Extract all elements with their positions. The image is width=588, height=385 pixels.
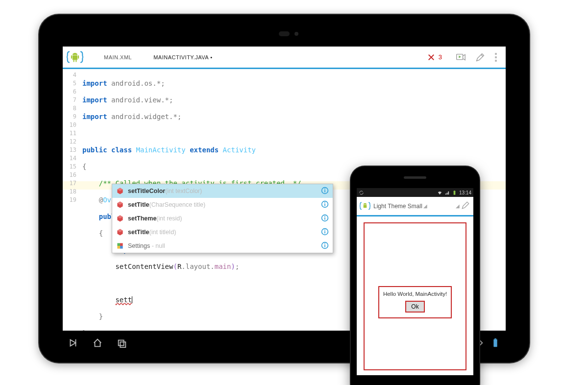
- svg-rect-22: [324, 231, 325, 233]
- svg-rect-1: [71, 55, 72, 59]
- svg-point-28: [324, 243, 325, 244]
- method-icon: [116, 215, 124, 222]
- autocomplete-item[interactable]: setTitle(int titleId): [112, 225, 333, 239]
- ac-params: (int titleId): [149, 229, 176, 236]
- overflow-menu[interactable]: [490, 53, 502, 62]
- tab-mainactivity-java[interactable]: MAINACTIVITY.JAVA •: [143, 47, 223, 69]
- phone-dialog: Hello World, MainActivity! Ok: [378, 286, 452, 318]
- run-button[interactable]: [454, 50, 467, 64]
- appbar: MAIN.XML MAINACTIVITY.JAVA • 3: [63, 47, 506, 69]
- svg-point-12: [324, 188, 325, 189]
- sync-icon: [359, 190, 364, 195]
- line-gutter: 45678910111213141516171819: [63, 69, 79, 204]
- text-caret: [132, 296, 132, 303]
- svg-point-18: [324, 216, 325, 217]
- autocomplete-popup: setTitleColor(int textColor) setTitle(Ch…: [112, 184, 333, 253]
- method-icon: [116, 201, 124, 209]
- edit-button[interactable]: [473, 50, 487, 64]
- svg-rect-0: [73, 55, 77, 60]
- svg-rect-3: [74, 60, 74, 62]
- svg-point-15: [324, 202, 325, 203]
- method-icon: [116, 187, 124, 195]
- pencil-icon: [475, 52, 486, 63]
- info-icon[interactable]: [321, 214, 329, 223]
- ac-params: (int textColor): [165, 188, 202, 194]
- autocomplete-item[interactable]: setTitle(CharSequence title): [112, 198, 333, 212]
- ac-name: setTitle: [128, 229, 149, 236]
- svg-rect-4: [75, 60, 76, 62]
- svg-rect-26: [120, 246, 123, 249]
- svg-rect-16: [324, 203, 325, 206]
- error-x-icon: [427, 53, 436, 62]
- svg-rect-7: [120, 342, 125, 347]
- tab-main-xml[interactable]: MAIN.XML: [93, 47, 143, 69]
- ac-name: setTitle: [128, 201, 149, 208]
- info-icon[interactable]: [321, 241, 329, 251]
- info-icon[interactable]: [321, 228, 329, 237]
- app-logo[interactable]: [67, 50, 83, 65]
- nav-recent[interactable]: [117, 337, 127, 348]
- phone-app-logo[interactable]: [360, 201, 370, 211]
- dropdown-indicator-icon[interactable]: ◢: [456, 203, 460, 209]
- tablet-camera: [279, 31, 290, 36]
- nav-back[interactable]: [68, 337, 78, 348]
- ac-name: setTheme: [128, 215, 156, 222]
- svg-rect-9: [493, 339, 497, 347]
- dialog-message: Hello World, MainActivity!: [382, 291, 448, 297]
- ac-name: Settings: [128, 242, 150, 249]
- error-count[interactable]: 3: [427, 53, 442, 62]
- ac-params: (CharSequence title): [149, 201, 206, 208]
- phone-canvas: Hello World, MainActivity! Ok: [364, 222, 466, 370]
- svg-rect-13: [324, 190, 325, 192]
- svg-rect-24: [120, 243, 123, 246]
- svg-rect-32: [364, 205, 367, 208]
- battery-icon: [490, 337, 501, 348]
- svg-rect-6: [119, 340, 124, 346]
- phone-app-bar: Light Theme Small ◢ ◢: [357, 197, 473, 217]
- nav-home[interactable]: [92, 337, 103, 348]
- svg-rect-30: [454, 191, 456, 194]
- svg-rect-2: [78, 55, 79, 59]
- ok-button[interactable]: Ok: [405, 301, 424, 313]
- status-time: 13:14: [459, 190, 471, 195]
- signal-icon: [444, 190, 450, 195]
- class-icon: [116, 242, 124, 250]
- phone-status-bar: 13:14: [357, 188, 473, 197]
- phone-screen: 13:14 Light Theme Small ◢ ◢ Hello World,: [357, 188, 473, 375]
- error-count-value: 3: [439, 53, 442, 61]
- svg-rect-23: [117, 243, 120, 246]
- info-icon[interactable]: [321, 187, 329, 196]
- run-icon: [455, 52, 466, 63]
- method-icon: [116, 228, 124, 236]
- wifi-icon: [437, 190, 442, 195]
- pencil-icon: [461, 200, 470, 210]
- typed-partial: sett: [115, 296, 132, 304]
- edit-button[interactable]: [461, 200, 470, 212]
- dropdown-indicator-icon[interactable]: ◢: [423, 203, 427, 209]
- phone-frame: 13:14 Light Theme Small ◢ ◢ Hello World,: [351, 167, 479, 385]
- phone-title[interactable]: Light Theme Small: [373, 203, 422, 210]
- svg-rect-31: [454, 190, 455, 191]
- svg-rect-29: [324, 244, 325, 247]
- ac-params: (int resid): [156, 215, 182, 222]
- svg-rect-25: [117, 246, 120, 249]
- ac-params: - null: [150, 242, 165, 249]
- autocomplete-item[interactable]: setTitleColor(int textColor): [112, 184, 333, 198]
- battery-icon: [452, 190, 457, 195]
- svg-rect-19: [324, 217, 325, 219]
- autocomplete-item[interactable]: setTheme(int resid): [112, 212, 333, 225]
- svg-point-21: [324, 229, 325, 230]
- svg-rect-10: [494, 338, 496, 339]
- ac-name: setTitleColor: [128, 188, 165, 194]
- autocomplete-item[interactable]: Settings - null: [112, 239, 333, 253]
- info-icon[interactable]: [321, 200, 329, 210]
